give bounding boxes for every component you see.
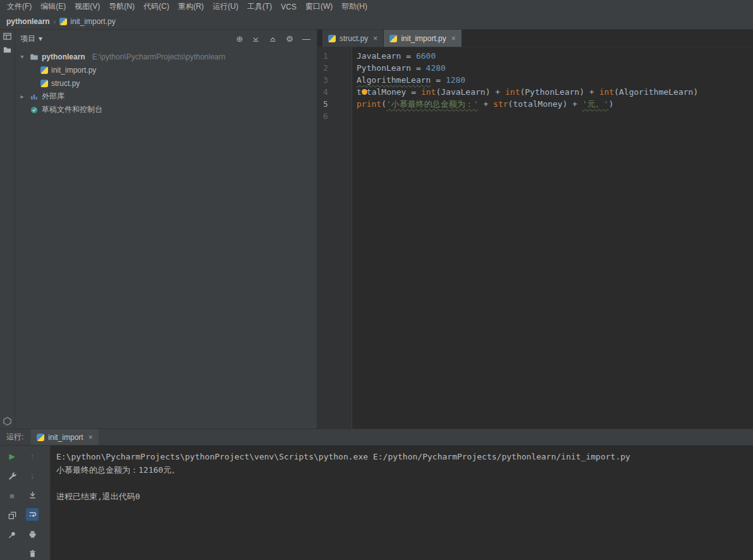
close-icon[interactable]: × — [451, 34, 456, 43]
line-number[interactable]: 5 — [323, 98, 352, 110]
run-console-output[interactable]: E:\python\PycharmProjects\pythonProject\… — [51, 446, 753, 560]
chevron-down-icon: ▾ — [39, 34, 42, 43]
close-icon[interactable]: × — [89, 433, 93, 442]
line-number[interactable]: 1 — [323, 50, 352, 62]
code-token: = — [431, 75, 445, 85]
line-number[interactable]: 6 — [323, 110, 352, 122]
locate-file-icon[interactable]: ⊕ — [236, 35, 243, 43]
breadcrumb-project[interactable]: pythonlearn — [6, 17, 50, 26]
code-line[interactable]: print('小慕最终的总金额为：' + str(totalMoney) + '… — [357, 98, 753, 110]
python-file-icon — [40, 80, 48, 87]
code-token: 1280 — [446, 75, 465, 85]
menu-item[interactable]: 工具(T) — [243, 0, 276, 14]
collapse-all-icon[interactable] — [269, 35, 277, 43]
code-token: ( — [381, 99, 386, 109]
menu-item[interactable]: 帮助(H) — [337, 0, 372, 14]
breadcrumb-file[interactable]: init_import.py — [59, 17, 115, 26]
close-icon[interactable]: × — [373, 34, 377, 43]
rerun-icon[interactable]: ▶ — [6, 450, 18, 463]
code-token: int — [505, 87, 520, 97]
editor-tab-init-import[interactable]: init_import.py × — [384, 30, 462, 47]
menu-item[interactable]: VCS — [276, 1, 301, 13]
menu-item[interactable]: 导航(N) — [104, 0, 139, 14]
code-line[interactable]: AlgorithmeLearn = 1280 — [357, 74, 753, 86]
run-tab-init-import[interactable]: init_import × — [31, 429, 98, 445]
breadcrumb: pythonlearn › init_import.py — [0, 13, 753, 30]
tree-row-file[interactable]: struct.py — [15, 76, 317, 90]
run-panel-label: 运行: — [6, 429, 23, 445]
folder-icon — [30, 52, 39, 61]
down-stack-trace-icon[interactable]: ↓ — [26, 470, 39, 482]
hide-panel-icon[interactable]: — — [302, 35, 310, 43]
expand-all-icon[interactable] — [252, 35, 260, 43]
libraries-icon — [30, 92, 39, 101]
tree-row-project-root[interactable]: ▾ pythonlearn E:\python\PycharmProjects\… — [15, 50, 317, 63]
main-area: 项目 ▾ ⊕ ⚙ — ▾ pythonlearn — [0, 30, 753, 429]
scroll-to-end-icon[interactable] — [26, 489, 39, 502]
code-token: PythonLearn = — [357, 63, 426, 73]
menu-bar: 文件(F)编辑(E)视图(V)导航(N)代码(C)重构(R)运行(U)工具(T)… — [0, 0, 753, 13]
run-panel-body: ▶ ■ ↑ ↓ — [0, 446, 753, 560]
code-token: (AlgorithmeLearn) — [614, 87, 698, 97]
tree-row-file[interactable]: init_import.py — [15, 63, 317, 76]
code-token: t — [357, 87, 362, 97]
code-line[interactable] — [357, 110, 753, 122]
tab-label: struct.py — [340, 34, 368, 43]
console-line: E:\python\PycharmProjects\pythonProject\… — [56, 450, 753, 463]
tree-row-scratches[interactable]: 草稿文件和控制台 — [15, 103, 317, 116]
console-line: 进程已结束,退出代码0 — [56, 490, 753, 503]
stop-icon[interactable]: ■ — [6, 489, 18, 502]
background-tasks-icon[interactable] — [3, 417, 12, 426]
code-token: str — [493, 99, 508, 109]
restore-layout-icon[interactable] — [6, 509, 18, 521]
menu-item[interactable]: 重构(R) — [174, 0, 209, 14]
line-number[interactable]: 2 — [323, 62, 352, 74]
edit-configuration-wrench-icon[interactable] — [6, 470, 18, 482]
code-token: AlgorithmeLearn — [357, 75, 431, 85]
python-file-icon — [37, 434, 44, 441]
menu-item[interactable]: 代码(C) — [139, 0, 174, 14]
settings-gear-icon[interactable]: ⚙ — [286, 35, 293, 43]
chevron-down-icon[interactable]: ▾ — [18, 53, 27, 60]
project-root-name: pythonlearn — [42, 52, 85, 61]
soft-wrap-icon[interactable] — [26, 508, 39, 521]
menu-item[interactable]: 视图(V) — [70, 0, 104, 14]
chevron-right-icon[interactable]: ▸ — [18, 93, 27, 100]
run-panel-header: 运行: init_import × — [0, 429, 753, 446]
project-panel-title-dropdown[interactable]: 项目 ▾ — [20, 33, 42, 44]
tree-row-external-libraries[interactable]: ▸ 外部库 — [15, 90, 317, 103]
editor-code[interactable]: JavaLearn = 6600PythonLearn = 4280Algori… — [352, 47, 753, 429]
code-token: print — [357, 99, 381, 109]
editor-gutter[interactable]: 123456 — [317, 47, 352, 429]
up-stack-trace-icon[interactable]: ↑ — [26, 450, 39, 463]
menu-item[interactable]: 编辑(E) — [36, 0, 70, 14]
external-libraries-label: 外部库 — [42, 91, 64, 102]
project-panel-header: 项目 ▾ ⊕ ⚙ — — [15, 30, 317, 47]
editor-tab-struct[interactable]: struct.py × — [322, 30, 384, 47]
file-name: init_import.py — [51, 66, 96, 75]
menu-item[interactable]: 文件(F) — [3, 0, 36, 14]
menu-item[interactable]: 运行(U) — [208, 0, 243, 14]
clear-console-trash-icon[interactable] — [26, 547, 39, 560]
python-file-icon — [40, 66, 48, 74]
code-line[interactable]: JavaLearn = 6600 — [357, 50, 753, 62]
print-icon[interactable] — [26, 528, 39, 540]
left-tool-stripe — [0, 30, 15, 429]
pin-icon[interactable] — [6, 528, 18, 541]
code-token: (totalMoney) + — [508, 99, 582, 109]
project-root-path: E:\python\PycharmProjects\pythonlearn — [92, 52, 226, 61]
project-tree: ▾ pythonlearn E:\python\PycharmProjects\… — [15, 47, 317, 116]
code-line[interactable]: PythonLearn = 4280 — [357, 62, 753, 74]
code-token: '元。' — [582, 99, 609, 109]
project-tool-window-icon[interactable] — [3, 32, 12, 41]
line-number[interactable]: 3 — [323, 74, 352, 86]
code-line[interactable]: ttalMoney = int(JavaLearn) + int(PythonL… — [357, 86, 753, 98]
breadcrumb-file-label: init_import.py — [70, 17, 115, 26]
run-panel: 运行: init_import × ▶ ■ ↑ — [0, 429, 753, 560]
menu-item[interactable]: 窗口(W) — [301, 0, 337, 14]
line-number[interactable]: 4 — [323, 86, 352, 98]
folder-stripe-icon[interactable] — [3, 45, 12, 54]
code-editor[interactable]: 123456 JavaLearn = 6600PythonLearn = 428… — [317, 47, 753, 429]
file-name: struct.py — [51, 79, 80, 88]
code-token: int — [421, 87, 436, 97]
